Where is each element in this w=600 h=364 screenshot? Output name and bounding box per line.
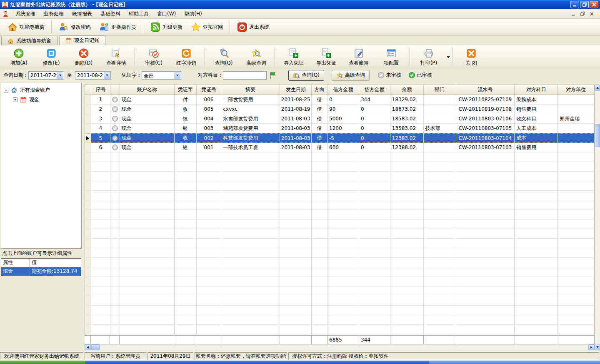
cell-opp_subject[interactable] [515, 325, 558, 334]
cell-account[interactable] [120, 219, 175, 229]
cell-dir[interactable]: 借 [312, 95, 328, 105]
empty-grid-row[interactable] [85, 181, 594, 191]
cell-dir[interactable] [312, 296, 328, 306]
row-indicator-cell[interactable] [85, 133, 91, 143]
cell-debit[interactable] [328, 239, 359, 248]
cell-word[interactable] [175, 200, 197, 210]
cell-serial[interactable]: CW-20110819-07108 [456, 105, 515, 114]
opposite-subject-input[interactable] [223, 71, 267, 80]
cell-word[interactable] [175, 296, 197, 306]
cell-summary[interactable]: 科技部发货费用 [221, 133, 280, 143]
cell-balance[interactable]: 13583.02 [390, 124, 424, 133]
cell-credit[interactable]: 0 [359, 124, 390, 133]
cell-dir[interactable] [312, 172, 328, 181]
cell-dir[interactable]: 借 [312, 124, 328, 133]
empty-grid-row[interactable] [85, 210, 594, 219]
cell-seq[interactable] [91, 306, 110, 315]
date-from-combo[interactable]: 2011-07-29 [28, 71, 64, 80]
column-header-date[interactable]: 发生日期 [280, 85, 312, 95]
cell-seq[interactable]: 6 [91, 143, 110, 152]
cell-summary[interactable] [221, 296, 280, 306]
empty-grid-row[interactable] [85, 229, 594, 239]
cell-balance[interactable]: 12388.02 [390, 143, 424, 152]
cell-date[interactable] [280, 325, 312, 334]
empty-grid-row[interactable] [85, 315, 594, 325]
cell-check[interactable] [110, 172, 120, 181]
expand-box-icon[interactable] [13, 97, 18, 102]
cell-account[interactable] [120, 277, 175, 287]
cell-opp_subject[interactable]: 收支科目 [515, 114, 558, 124]
cell-serial[interactable] [456, 210, 515, 219]
cell-balance[interactable] [390, 152, 424, 162]
delete-button[interactable]: 删除(D) [68, 46, 100, 68]
cell-no[interactable] [197, 172, 222, 181]
cell-date[interactable] [280, 239, 312, 248]
cell-dept[interactable]: 技术部 [424, 124, 456, 133]
cell-dept[interactable] [424, 248, 456, 258]
cell-serial[interactable]: CW-20110803-07105 [456, 124, 515, 133]
cell-balance[interactable] [390, 172, 424, 181]
cell-balance[interactable] [390, 258, 424, 267]
cell-account[interactable] [120, 248, 175, 258]
cell-word[interactable] [175, 152, 197, 162]
cell-summary[interactable]: 水禽部发货费用 [221, 114, 280, 124]
cell-check[interactable] [110, 162, 120, 172]
cell-credit[interactable] [359, 296, 390, 306]
cell-no[interactable] [197, 287, 222, 296]
cell-balance[interactable] [390, 277, 424, 287]
cell-balance[interactable]: 18329.02 [390, 95, 424, 105]
cell-debit[interactable] [328, 315, 359, 325]
cell-debit[interactable] [328, 200, 359, 210]
column-header-credit[interactable]: 贷方金额 [359, 85, 390, 95]
mdi-restore-button[interactable] [579, 11, 586, 17]
cell-seq[interactable]: 5 [91, 133, 110, 143]
advanced-query-button[interactable]: 高级查询 [240, 46, 272, 68]
minimize-button[interactable] [570, 1, 579, 8]
cell-opp_subject[interactable] [515, 200, 558, 210]
cell-summary[interactable] [221, 191, 280, 200]
chevron-down-icon[interactable] [104, 72, 110, 79]
cell-dir[interactable] [312, 315, 328, 325]
scroll-right-button[interactable] [588, 344, 595, 350]
cell-balance[interactable] [390, 306, 424, 315]
exit-button[interactable]: 退出系统 [233, 20, 273, 34]
cell-dept[interactable] [424, 219, 456, 229]
mdi-minimize-button[interactable] [570, 11, 577, 17]
import-voucher-button[interactable]: 导入凭证 [278, 46, 310, 68]
row-indicator-cell[interactable] [85, 258, 91, 267]
cell-seq[interactable] [91, 325, 110, 334]
cell-opp_unit[interactable] [558, 191, 594, 200]
cell-no[interactable] [197, 315, 222, 325]
cell-opp_unit[interactable] [558, 306, 594, 315]
cell-dept[interactable] [424, 325, 456, 334]
cell-dir[interactable] [312, 191, 328, 200]
cell-balance[interactable] [390, 210, 424, 219]
cell-opp_unit[interactable] [558, 277, 594, 287]
cell-check[interactable] [110, 105, 120, 114]
tab-cash-journal[interactable]: 21 现金日记账 [59, 35, 105, 45]
website-button[interactable]: 亚拓官网 [187, 20, 227, 34]
cell-dir[interactable] [312, 181, 328, 191]
column-header-opp_unit[interactable]: 对方单位 [558, 85, 594, 95]
menu-item-business[interactable]: 业务处理 [40, 10, 68, 18]
cell-check[interactable] [110, 143, 120, 152]
cell-seq[interactable] [91, 248, 110, 258]
row-indicator-cell[interactable] [85, 306, 91, 315]
cell-account[interactable] [120, 152, 175, 162]
cell-word[interactable] [175, 287, 197, 296]
cell-serial[interactable]: CW-20110803-07103 [456, 143, 515, 152]
cell-no[interactable] [197, 229, 222, 239]
cell-debit[interactable] [328, 172, 359, 181]
cell-credit[interactable] [359, 277, 390, 287]
cell-seq[interactable] [91, 152, 110, 162]
restore-button[interactable] [580, 1, 589, 8]
cell-seq[interactable] [91, 200, 110, 210]
row-indicator-cell[interactable] [85, 239, 91, 248]
cell-opp_subject[interactable] [515, 277, 558, 287]
cell-summary[interactable] [221, 152, 280, 162]
cell-credit[interactable]: 0 [359, 114, 390, 124]
cell-debit[interactable] [328, 162, 359, 172]
cell-dept[interactable] [424, 306, 456, 315]
cell-opp_unit[interactable] [558, 296, 594, 306]
cell-dept[interactable] [424, 258, 456, 267]
